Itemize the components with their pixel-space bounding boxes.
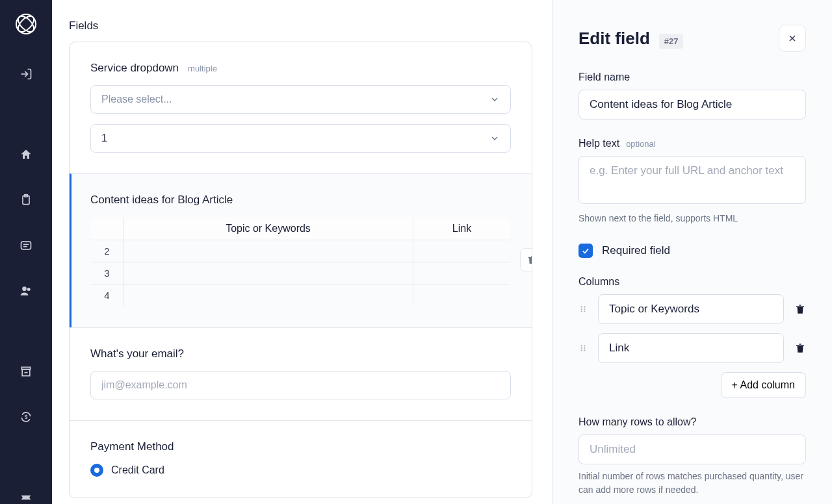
field-id-badge: #27: [659, 34, 684, 49]
radio-icon: [90, 464, 103, 477]
email-input[interactable]: [90, 371, 511, 399]
columns-label: Columns: [578, 276, 806, 288]
field-name-input[interactable]: [578, 90, 806, 120]
payment-option-credit-card[interactable]: Credit Card: [90, 464, 511, 477]
content-ideas-table: Topic or Keywords Link 2 3 4: [90, 217, 511, 307]
ticket-icon[interactable]: [13, 485, 39, 504]
optional-tag: optional: [626, 139, 656, 149]
svg-point-34: [584, 347, 585, 349]
chevron-down-icon: [489, 133, 500, 144]
home-icon[interactable]: [13, 142, 39, 168]
svg-point-27: [581, 309, 582, 310]
svg-rect-6: [21, 242, 31, 249]
rows-input[interactable]: [578, 435, 806, 464]
service-select[interactable]: Please select...: [90, 85, 511, 114]
logo: [15, 13, 37, 35]
quantity-select[interactable]: 1: [90, 124, 511, 153]
message-icon[interactable]: [13, 233, 39, 258]
column-name-input[interactable]: [598, 333, 784, 363]
svg-point-30: [584, 310, 585, 312]
table-header: Link: [413, 218, 511, 240]
table-header: Topic or Keywords: [124, 218, 413, 240]
svg-point-36: [584, 349, 585, 351]
column-name-input[interactable]: [598, 294, 784, 324]
svg-point-26: [584, 306, 585, 307]
drag-handle-icon[interactable]: [578, 305, 588, 314]
refresh-dollar-icon[interactable]: $: [13, 404, 39, 430]
field-label: Content ideas for Blog Article: [90, 194, 233, 207]
rows-hint: Initial number of rows matches purchased…: [578, 470, 806, 497]
archive-icon[interactable]: [13, 359, 39, 384]
delete-field-button[interactable]: [520, 248, 532, 271]
required-field-checkbox[interactable]: Required field: [578, 244, 806, 258]
help-text-hint: Shown next to the field, supports HTML: [578, 212, 806, 225]
delete-column-button[interactable]: [794, 342, 806, 354]
field-label: Service dropdown: [90, 62, 179, 75]
svg-point-32: [584, 345, 585, 346]
close-button[interactable]: [779, 25, 806, 52]
chevron-down-icon: [489, 94, 500, 105]
svg-point-35: [581, 349, 582, 351]
field-section-service-dropdown[interactable]: Service dropdown multiple Please select.…: [70, 42, 532, 173]
svg-point-1: [16, 14, 37, 35]
table-row[interactable]: 2: [91, 240, 511, 262]
clipboard-icon[interactable]: [13, 187, 39, 213]
radio-label: Credit Card: [111, 464, 164, 476]
svg-point-33: [581, 347, 582, 349]
edit-field-panel: Edit field #27 Field name Help text opti…: [552, 0, 832, 504]
table-row[interactable]: 4: [91, 284, 511, 307]
drag-handle-icon[interactable]: [578, 344, 588, 353]
login-icon[interactable]: [13, 61, 39, 87]
field-section-email[interactable]: What's your email?: [70, 327, 532, 420]
svg-point-28: [584, 309, 585, 310]
svg-point-31: [581, 345, 582, 346]
field-label: What's your email?: [90, 347, 184, 360]
form-preview: Fields Service dropdown multiple Please …: [52, 0, 552, 504]
field-section-content-ideas[interactable]: Content ideas for Blog Article Topic or …: [70, 173, 532, 327]
rows-label: How many rows to allow?: [578, 416, 806, 428]
svg-point-2: [16, 14, 37, 35]
field-label: Payment Method: [90, 440, 174, 453]
add-column-button[interactable]: + Add column: [721, 372, 806, 398]
svg-point-25: [581, 306, 582, 307]
checkbox-icon: [578, 244, 593, 258]
svg-point-10: [27, 288, 31, 291]
delete-column-button[interactable]: [794, 303, 806, 315]
checkbox-label: Required field: [602, 244, 670, 257]
field-name-label: Field name: [578, 71, 806, 83]
svg-text:$: $: [25, 414, 28, 420]
column-row: [578, 294, 806, 324]
help-text-label: Help text: [578, 138, 619, 149]
select-placeholder: Please select...: [101, 94, 172, 105]
table-row[interactable]: 3: [91, 262, 511, 284]
users-icon[interactable]: [13, 278, 39, 304]
section-title: Fields: [69, 19, 532, 32]
column-row: [578, 333, 806, 363]
help-text-input[interactable]: [578, 156, 806, 204]
field-section-payment[interactable]: Payment Method Credit Card: [70, 420, 532, 498]
svg-point-29: [581, 310, 582, 312]
field-tag: multiple: [188, 64, 217, 73]
panel-title: Edit field: [578, 29, 650, 49]
sidebar: $: [0, 0, 52, 504]
select-value: 1: [101, 132, 107, 144]
svg-point-9: [22, 286, 27, 291]
